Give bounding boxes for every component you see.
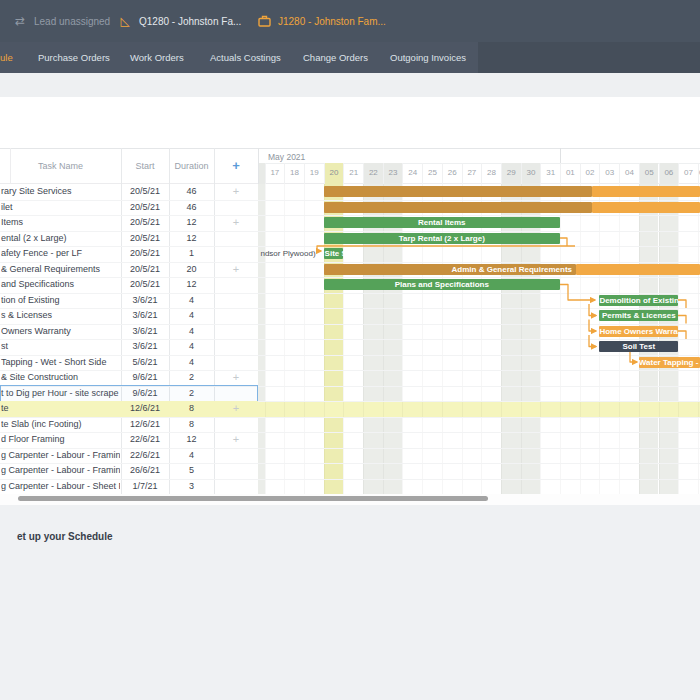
- top-tab-j1280-johnston-fam[interactable]: J1280 - Johnston Fam...: [257, 0, 386, 42]
- duration-cell[interactable]: 8: [169, 401, 214, 417]
- gantt-day-header[interactable]: 22: [363, 163, 383, 184]
- table-row[interactable]: Owners Warranty3/6/214: [0, 324, 258, 340]
- gantt-day-header[interactable]: 03: [599, 163, 619, 184]
- duration-cell[interactable]: 12: [169, 231, 214, 247]
- start-date-cell[interactable]: 1/7/21: [121, 479, 169, 495]
- table-row[interactable]: ental (2 x Large)20/5/2112: [0, 231, 258, 247]
- task-name-cell[interactable]: g Carpenter - Labour - Sheet Flo: [1, 479, 120, 495]
- task-name-cell[interactable]: Tapping - Wet - Short Side: [1, 355, 120, 371]
- gantt-day-header[interactable]: 30: [521, 163, 541, 184]
- task-name-cell[interactable]: & General Requirements: [1, 262, 120, 278]
- duration-cell[interactable]: 12: [169, 277, 214, 293]
- nav-tab-purchase-orders[interactable]: Purchase Orders: [38, 42, 110, 73]
- gantt-day-header[interactable]: 25: [422, 163, 442, 184]
- gantt-day-header[interactable]: 18: [284, 163, 304, 184]
- duration-cell[interactable]: 12: [169, 215, 214, 231]
- task-name-cell[interactable]: ental (2 x Large): [1, 231, 120, 247]
- table-row[interactable]: ilet20/5/2146: [0, 200, 258, 216]
- gantt-day-header[interactable]: 01: [560, 163, 580, 184]
- gantt-day-header[interactable]: 24: [402, 163, 422, 184]
- gantt-day-header[interactable]: 21: [343, 163, 363, 184]
- duration-cell[interactable]: 12: [169, 432, 214, 448]
- duration-cell[interactable]: 46: [169, 200, 214, 216]
- table-row[interactable]: & General Requirements20/5/2120+: [0, 262, 258, 278]
- start-date-cell[interactable]: 20/5/21: [121, 262, 169, 278]
- gantt-day-header[interactable]: 31: [540, 163, 560, 184]
- duration-cell[interactable]: 4: [169, 293, 214, 309]
- row-add-button[interactable]: +: [214, 184, 258, 200]
- gantt-day-header[interactable]: 06: [659, 163, 679, 184]
- start-date-cell[interactable]: 3/6/21: [121, 293, 169, 309]
- table-row[interactable]: afety Fence - per LF20/5/211: [0, 246, 258, 262]
- start-date-cell[interactable]: 3/6/21: [121, 324, 169, 340]
- add-column-button[interactable]: +: [214, 148, 258, 184]
- gantt-day-header[interactable]: 07: [678, 163, 698, 184]
- start-date-cell[interactable]: 22/6/21: [121, 432, 169, 448]
- duration-cell[interactable]: 4: [169, 448, 214, 464]
- table-row[interactable]: tion of Existing3/6/214: [0, 293, 258, 309]
- gantt-day-header[interactable]: 28: [481, 163, 501, 184]
- top-tab-q1280-johnston-fa[interactable]: ◺Q1280 - Johnston Fa...: [118, 0, 241, 42]
- table-row[interactable]: & Site Construction9/6/212+: [0, 370, 258, 386]
- start-date-cell[interactable]: 26/6/21: [121, 463, 169, 479]
- gantt-day-header[interactable]: 23: [383, 163, 403, 184]
- duration-cell[interactable]: 46: [169, 184, 214, 200]
- start-date-cell[interactable]: 20/5/21: [121, 215, 169, 231]
- top-tab-lead-unassigned[interactable]: ⇄Lead unassigned: [13, 0, 110, 42]
- row-add-button[interactable]: +: [214, 401, 258, 417]
- gantt-day-header[interactable]: 05: [639, 163, 659, 184]
- table-row[interactable]: g Carpenter - Labour - Sheet Flo1/7/213: [0, 479, 258, 495]
- start-date-cell[interactable]: 20/5/21: [121, 231, 169, 247]
- task-name-cell[interactable]: rary Site Services: [1, 184, 120, 200]
- row-add-button[interactable]: +: [214, 262, 258, 278]
- table-row[interactable]: st3/6/214: [0, 339, 258, 355]
- duration-cell[interactable]: 2: [169, 370, 214, 386]
- task-name-cell[interactable]: and Specifications: [1, 277, 120, 293]
- column-header-start[interactable]: Start: [121, 148, 169, 184]
- start-date-cell[interactable]: 22/6/21: [121, 448, 169, 464]
- table-row[interactable]: rary Site Services20/5/2146+: [0, 184, 258, 200]
- start-date-cell[interactable]: 5/6/21: [121, 355, 169, 371]
- duration-cell[interactable]: 1: [169, 246, 214, 262]
- gantt-bar[interactable]: [592, 202, 700, 213]
- start-date-cell[interactable]: 20/5/21: [121, 246, 169, 262]
- start-date-cell[interactable]: 12/6/21: [121, 401, 169, 417]
- task-name-cell[interactable]: ilet: [1, 200, 120, 216]
- table-row[interactable]: te12/6/218+: [0, 401, 258, 417]
- table-row[interactable]: s & Licenses3/6/214: [0, 308, 258, 324]
- nav-tab-change-orders[interactable]: Change Orders: [303, 42, 368, 73]
- start-date-cell[interactable]: 20/5/21: [121, 277, 169, 293]
- start-date-cell[interactable]: 20/5/21: [121, 200, 169, 216]
- task-name-cell[interactable]: te: [1, 401, 120, 417]
- task-name-cell[interactable]: s & Licenses: [1, 308, 120, 324]
- table-row[interactable]: g Carpenter - Labour - Framing l26/6/215: [0, 463, 258, 479]
- task-name-cell[interactable]: g Carpenter - Labour - Framing l: [1, 463, 120, 479]
- task-name-cell[interactable]: st: [1, 339, 120, 355]
- task-name-cell[interactable]: d Floor Framing: [1, 432, 120, 448]
- column-header-task-name[interactable]: Task Name: [0, 148, 121, 184]
- row-add-button[interactable]: +: [214, 432, 258, 448]
- task-name-cell[interactable]: tion of Existing: [1, 293, 120, 309]
- duration-cell[interactable]: 5: [169, 463, 214, 479]
- row-add-button[interactable]: +: [214, 370, 258, 386]
- gantt-day-header[interactable]: 20: [324, 163, 344, 184]
- gantt-day-header[interactable]: 27: [462, 163, 482, 184]
- gantt-day-header[interactable]: 02: [580, 163, 600, 184]
- table-row[interactable]: d Floor Framing22/6/2112+: [0, 432, 258, 448]
- nav-tab-actuals-costings[interactable]: Actuals Costings: [210, 42, 281, 73]
- start-date-cell[interactable]: 20/5/21: [121, 184, 169, 200]
- task-name-cell[interactable]: & Site Construction: [1, 370, 120, 386]
- duration-cell[interactable]: 4: [169, 324, 214, 340]
- task-name-cell[interactable]: Owners Warranty: [1, 324, 120, 340]
- table-row[interactable]: and Specifications20/5/2112: [0, 277, 258, 293]
- table-row[interactable]: te Slab (inc Footing)12/6/218: [0, 417, 258, 433]
- nav-tab-ule[interactable]: ule: [0, 42, 13, 73]
- gantt-day-header[interactable]: 26: [442, 163, 462, 184]
- gantt-day-header[interactable]: 17: [265, 163, 285, 184]
- gantt-day-header[interactable]: 29: [501, 163, 521, 184]
- table-row[interactable]: g Carpenter - Labour - Framing l22/6/214: [0, 448, 258, 464]
- task-name-cell[interactable]: Items: [1, 215, 120, 231]
- gantt-bar[interactable]: [592, 186, 700, 197]
- duration-cell[interactable]: 20: [169, 262, 214, 278]
- column-header-duration[interactable]: Duration: [169, 148, 214, 184]
